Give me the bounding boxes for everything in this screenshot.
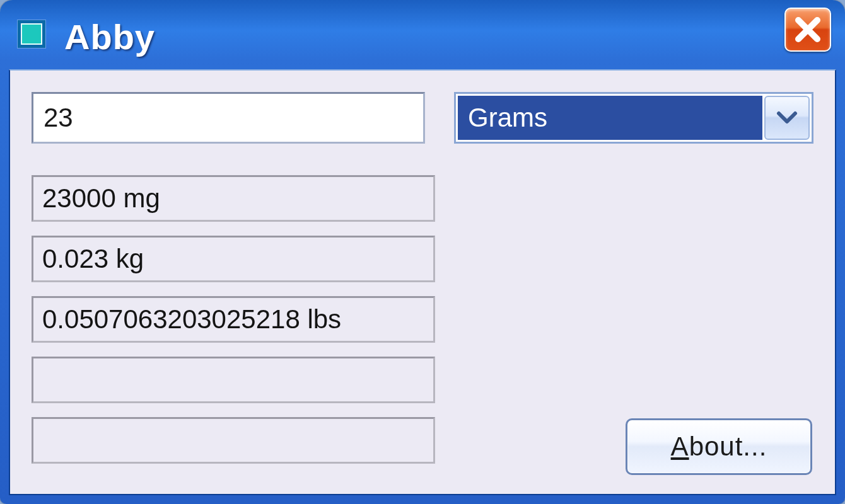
result-4: [32, 357, 435, 403]
window-title: Abby: [64, 16, 784, 57]
unit-selected-label: Grams: [458, 96, 762, 140]
about-mnemonic: A: [671, 432, 689, 462]
result-5: [32, 417, 435, 464]
close-button[interactable]: [784, 8, 831, 52]
about-button[interactable]: About...: [626, 418, 812, 475]
app-icon: [18, 20, 45, 48]
about-label-rest: bout...: [689, 432, 767, 462]
unit-combobox[interactable]: Grams: [454, 92, 813, 144]
results-column: 23000 mg 0.023 kg 0.0507063203025218 lbs: [32, 175, 435, 464]
result-lbs: 0.0507063203025218 lbs: [32, 296, 435, 343]
titlebar[interactable]: Abby: [5, 5, 840, 68]
value-input[interactable]: [32, 92, 425, 144]
combobox-dropdown-button[interactable]: [764, 96, 810, 140]
result-mg: 23000 mg: [32, 175, 435, 222]
chevron-down-icon: [776, 110, 798, 125]
result-kg: 0.023 kg: [32, 236, 435, 282]
app-window: Abby Grams 23000 mg 0.023 kg 0.050: [0, 0, 845, 504]
input-row: Grams: [32, 92, 813, 144]
client-area: Grams 23000 mg 0.023 kg 0.05070632030252…: [9, 69, 836, 495]
close-icon: [786, 9, 830, 50]
